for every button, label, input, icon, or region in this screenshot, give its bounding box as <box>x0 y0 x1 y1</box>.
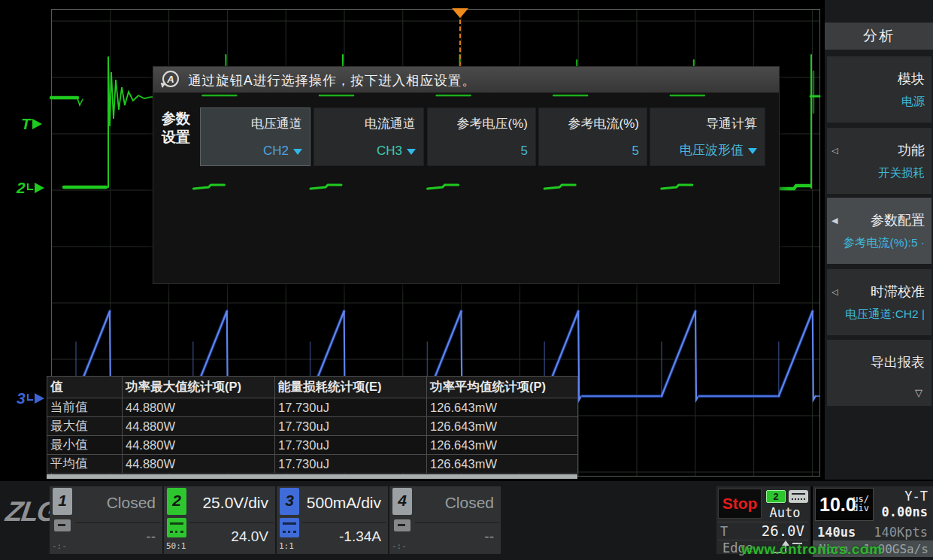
trigger-position-icon[interactable] <box>452 8 468 18</box>
table-header-row: 值 功率最大值统计项(P) 能量损耗统计项(E) 功率平均值统计项(P) <box>47 377 578 398</box>
table-row: 最大值 44.880W 17.730uJ 126.643mW <box>47 417 578 436</box>
cell: 17.730uJ <box>275 398 427 417</box>
capture-window: 140us <box>817 525 856 540</box>
coupling-off-icon <box>54 519 71 531</box>
cell: 44.880W <box>123 398 275 417</box>
coupling-off-icon <box>394 519 410 531</box>
ref-voltage-button[interactable]: 参考电压(%) 5 <box>427 107 536 166</box>
sidebar-item-deskew[interactable]: ◁ 时滞校准 电压通道:CH2 | <box>827 269 931 335</box>
sidebar-item-label: 参数配置 <box>871 211 925 229</box>
cell: 17.730uJ <box>275 455 427 474</box>
channel3-badge: 3 <box>280 488 299 515</box>
cell: 44.880W <box>123 436 275 455</box>
sidebar-item-module[interactable]: 模块 电源 <box>827 56 931 123</box>
row-label: 当前值 <box>47 398 123 417</box>
table-row: 当前值 44.880W 17.730uJ 126.643mW <box>47 398 578 417</box>
sidebar-item-label: 时滞校准 <box>871 283 925 301</box>
channel-state: Closed <box>107 494 156 512</box>
current-channel-button[interactable]: 电流通道 CH3 <box>314 107 424 166</box>
channel-state: Closed <box>445 494 494 512</box>
channel-offset: -- <box>484 528 494 545</box>
cell: 126.643mW <box>427 436 578 455</box>
button-value: 电压波形值 <box>680 141 757 159</box>
table-scrollbar[interactable] <box>47 474 577 479</box>
dropdown-arrow-icon <box>293 149 302 155</box>
trigger-position-line <box>459 20 461 66</box>
cell: 126.643mW <box>427 398 578 417</box>
trigger-mode: Auto <box>762 505 808 520</box>
oscilloscope-screen: T 2 3 A 通过旋钮A进行选择操作，按下进入相应设置。 参数设置 电压通道 … <box>0 0 933 560</box>
expand-down-icon: ▽ <box>915 387 922 398</box>
channel-offset: -- <box>146 528 156 545</box>
dropdown-arrow-icon <box>748 148 757 154</box>
channel1-block[interactable]: 1 -:- Closed -- <box>50 486 162 554</box>
arrow-right-icon <box>35 393 44 404</box>
sidebar-item-label: 功能 <box>898 141 925 159</box>
probe-ratio: 50:1 <box>166 541 186 551</box>
probe-ratio: 1:1 <box>279 541 294 551</box>
statistics-table: 值 功率最大值统计项(P) 能量损耗统计项(E) 功率平均值统计项(P) 当前值… <box>47 376 578 474</box>
trigger-level-marker[interactable]: T <box>21 115 42 133</box>
col-header: 功率平均值统计项(P) <box>427 377 578 398</box>
run-state[interactable]: Stop <box>718 489 762 519</box>
dc-coupling-icon <box>280 518 299 537</box>
knob-a-icon: A <box>162 71 179 87</box>
ground-step-icon <box>27 394 33 401</box>
channel-scale: 500mA/div <box>307 494 381 512</box>
ground-step-icon <box>27 183 33 190</box>
cell: 44.880W <box>123 455 275 474</box>
sidebar-item-value: 开关损耗 <box>878 165 925 181</box>
channel-offset: 24.0V <box>231 528 268 545</box>
button-value: 5 <box>632 144 639 159</box>
channel3-ground-marker[interactable]: 3 <box>17 389 44 407</box>
channel2-ground-marker[interactable]: 2 <box>17 179 44 197</box>
sidebar-item-value: 电压通道:CH2 | <box>845 307 925 322</box>
timebase-scale-box[interactable]: 10.0 us/div <box>815 488 874 521</box>
collapse-arrow-icon: ◁ <box>832 287 838 297</box>
conduction-calc-button[interactable]: 导通计算 电压波形值 <box>650 107 765 166</box>
sidebar-item-label: 导出报表 <box>871 353 925 371</box>
button-value: 5 <box>521 144 528 159</box>
channel3-marker-label: 3 <box>17 389 26 407</box>
cell: 126.643mW <box>427 417 578 436</box>
channel2-block[interactable]: 2 50:1 25.0V/div 24.0V <box>164 486 275 554</box>
sidebar-item-export-report[interactable]: 导出报表 ▽ <box>827 340 931 406</box>
button-label: 参考电压(%) <box>457 115 528 132</box>
sidebar-item-function[interactable]: ◁ 功能 开关损耗 <box>827 128 931 194</box>
ref-current-button[interactable]: 参考电流(%) 5 <box>538 107 647 166</box>
channel-scale: 25.0V/div <box>202 494 268 512</box>
trigger-marker-label: T <box>21 115 31 133</box>
channel1-badge: 1 <box>53 488 72 515</box>
sidebar-item-parameter-config[interactable]: ◀ 参数配置 参考电流(%):5 · <box>827 198 931 264</box>
sidebar-item-value: 电源 <box>901 94 925 110</box>
trigger-source-badge: 2 <box>766 490 786 503</box>
watermark: www.cntronics.com <box>741 541 882 558</box>
parameter-settings-label: 参数设置 <box>162 109 196 147</box>
button-label: 电压通道 <box>251 115 302 132</box>
collapse-arrow-icon: ◁ <box>832 146 838 156</box>
button-label: 参考电流(%) <box>568 115 639 132</box>
button-label: 导通计算 <box>706 115 757 132</box>
probe-ratio: -:- <box>392 541 407 551</box>
row-label: 平均值 <box>47 455 123 474</box>
voltage-channel-button[interactable]: 电压通道 CH2 <box>200 107 310 166</box>
knob-select-dialog: A 通过旋钮A进行选择操作，按下进入相应设置。 参数设置 电压通道 CH2 电流… <box>153 66 780 284</box>
button-value: CH2 <box>263 144 302 159</box>
analysis-menu: 分析 模块 电源 ◁ 功能 开关损耗 ◀ 参数配置 参考电流(%):5 · ◁ … <box>825 0 933 560</box>
collapse-arrow-icon: ◀ <box>832 216 838 226</box>
cell: 126.643mW <box>427 455 578 474</box>
table-row: 平均值 44.880W 17.730uJ 126.643mW <box>47 455 578 474</box>
cell: 17.730uJ <box>275 417 427 436</box>
display-mode: Y-T <box>904 489 928 504</box>
sidebar-item-value: 参考电流(%):5 · <box>844 235 925 251</box>
cell: 44.880W <box>123 417 275 436</box>
timebase-unit: us/div <box>853 495 869 513</box>
dc-coupling-icon <box>167 518 186 537</box>
channel2-badge: 2 <box>167 488 186 515</box>
channel4-block[interactable]: 4 -:- Closed -- <box>389 486 501 554</box>
sidebar-item-label: 模块 <box>898 70 925 88</box>
probe-ratio: -:- <box>52 541 67 551</box>
channel3-block[interactable]: 3 1:1 500mA/div -1.34A <box>277 486 388 554</box>
button-label: 电流通道 <box>365 115 416 132</box>
dialog-header-text: 通过旋钮A进行选择操作，按下进入相应设置。 <box>188 71 476 89</box>
